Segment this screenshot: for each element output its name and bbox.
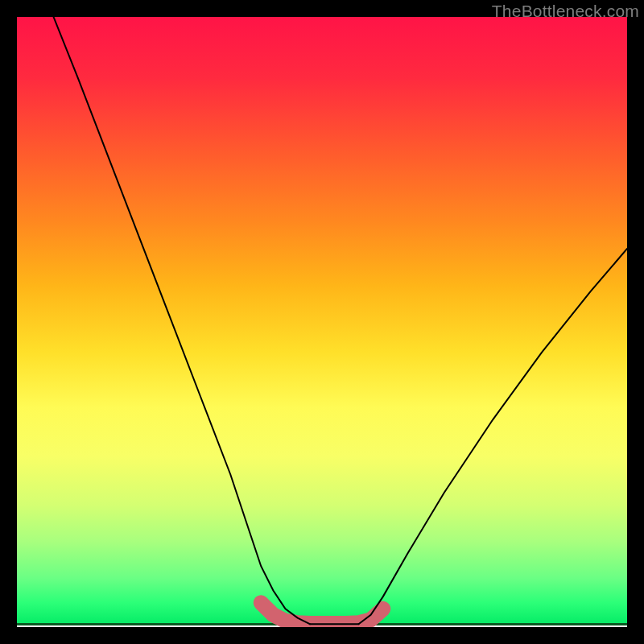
left-curve [54,17,310,624]
chart-stage: TheBottleneck.com [0,0,644,644]
watermark-text: TheBottleneck.com [492,2,639,21]
plot-area [17,17,627,627]
curve-svg [17,17,627,627]
right-curve [359,249,628,624]
